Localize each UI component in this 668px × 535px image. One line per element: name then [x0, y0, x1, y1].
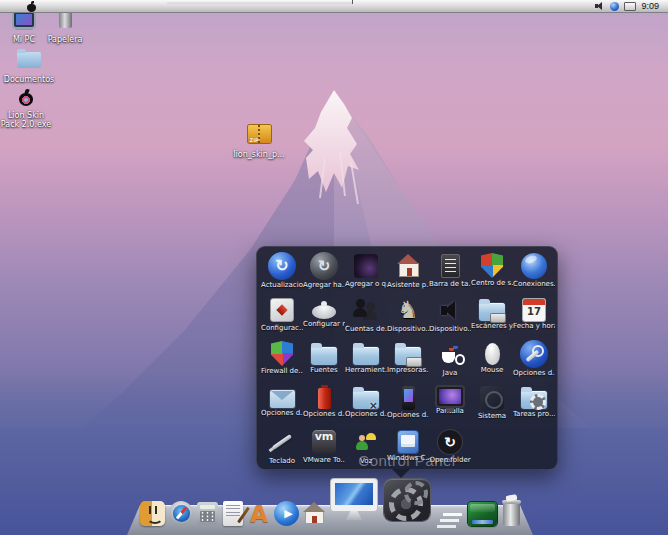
control-panel-item-label: Opciones d... — [513, 369, 555, 377]
control-panel-item[interactable]: Centro de s... — [471, 252, 513, 296]
control-panel-item-label: Opciones d... — [345, 410, 387, 418]
control-panel-item-label: Tareas pro... — [513, 410, 555, 418]
control-panel-item[interactable]: Impresoras... — [387, 340, 429, 384]
trash-icon — [59, 12, 72, 28]
desktop-icon-label: Documentos — [0, 75, 58, 84]
control-panel-item[interactable]: Barra de ta... — [429, 252, 471, 296]
desktop-icon[interactable]: Papelera — [40, 12, 90, 44]
control-panel-item-label: Fuentes — [303, 366, 345, 374]
desktop-icon-label: Lion Skin Pack 2.0.exe — [0, 111, 52, 129]
finder-icon[interactable] — [140, 501, 165, 526]
control-panel-item[interactable]: Mouse — [471, 340, 513, 384]
control-panel-item[interactable]: Conexiones... — [513, 252, 555, 296]
tile-dark-icon — [354, 254, 378, 278]
desktop-icon[interactable]: Lion Skin Pack 2.0.exe — [0, 89, 52, 129]
computer-icon[interactable] — [331, 479, 377, 523]
network-icon[interactable] — [610, 2, 619, 11]
desktop-icon[interactable]: Documentos — [0, 52, 58, 84]
control-panel-item-label: Centro de s... — [471, 279, 513, 287]
control-panel-item-label: Impresoras... — [387, 366, 429, 374]
control-panel-item[interactable]: Opciones d... — [261, 384, 303, 428]
safari-icon[interactable] — [169, 501, 193, 525]
control-panel-item[interactable]: Opciones d... — [345, 384, 387, 428]
system-icon[interactable] — [384, 479, 430, 521]
control-panel-item[interactable]: Herramient... — [345, 340, 387, 384]
control-panel-item[interactable]: Fecha y hora — [513, 296, 555, 340]
control-panel-item[interactable]: Agregar ha... — [303, 252, 345, 296]
apple-menu-icon[interactable] — [27, 1, 37, 12]
control-panel-item[interactable]: Sistema — [471, 384, 513, 428]
desktop-icon-label: lion_skin_p... — [226, 150, 292, 159]
control-panel-item[interactable]: Firewall de... — [261, 340, 303, 384]
mouse-icon — [485, 343, 500, 365]
folder-gear-icon — [521, 391, 547, 409]
control-panel-item-label: Java — [429, 369, 471, 377]
users-icon — [352, 296, 380, 324]
control-panel-item[interactable]: Dispositivo... — [387, 296, 429, 340]
control-panel-item[interactable]: Cuentas de... — [345, 296, 387, 340]
control-panel-item[interactable]: Agregar o q... — [345, 252, 387, 296]
display-menu-icon[interactable] — [624, 2, 636, 11]
house-icon — [394, 252, 422, 280]
control-panel-item[interactable]: Opciones d... — [513, 340, 555, 384]
folder-printer-icon — [395, 347, 421, 365]
control-panel-item[interactable]: Escáneres y... — [471, 296, 513, 340]
control-panel-item-label: Agregar o q... — [345, 280, 387, 288]
control-panel-item[interactable]: Configurar r... — [303, 296, 345, 340]
cards-icon — [398, 431, 418, 453]
home-icon[interactable] — [302, 501, 327, 525]
java-icon — [436, 340, 464, 368]
battery-icon — [318, 388, 331, 409]
stack-title: Control Panel — [257, 452, 557, 469]
control-panel-item[interactable]: Fuentes — [303, 340, 345, 384]
menu-clock[interactable]: 9:09 — [641, 0, 659, 13]
control-panel-item-label: Configurac... — [261, 324, 303, 332]
control-panel-item-label: Herramient... — [345, 366, 387, 374]
dock — [0, 471, 668, 535]
desktop-icon-label: Papelera — [40, 35, 90, 44]
control-panel-item-label: Mouse — [471, 366, 513, 374]
control-panel-item-label: Configurar r... — [303, 320, 345, 328]
control-panel-item-label: Firewall de... — [261, 367, 303, 375]
control-panel-item[interactable]: Java — [429, 340, 471, 384]
control-panel-item-label: Asistente p... — [387, 281, 429, 289]
orb-update-icon — [268, 252, 296, 280]
control-panel-item[interactable]: Actualizacio... — [261, 252, 303, 296]
control-panel-item[interactable]: Configurac... — [261, 296, 303, 340]
dome-icon — [312, 305, 336, 319]
control-panel-item[interactable]: Asistente p... — [387, 252, 429, 296]
separator-icon — [436, 513, 470, 529]
folder-icon — [353, 347, 379, 365]
open-circle-icon — [438, 430, 462, 454]
control-panel-item-label: Agregar ha... — [303, 281, 345, 289]
control-panel-item-label: Fecha y hora — [513, 322, 555, 330]
knight-icon — [394, 296, 422, 324]
calculator-icon[interactable] — [197, 502, 218, 525]
folder-scanner-icon — [479, 303, 505, 321]
control-panel-item[interactable]: Tareas pro... — [513, 384, 555, 428]
control-panel-item[interactable]: Opciones d... — [303, 384, 345, 428]
calendar-icon — [523, 299, 545, 321]
player-icon[interactable] — [274, 501, 299, 526]
orb-sync-icon — [310, 252, 338, 280]
mail-icon — [270, 390, 295, 408]
volume-icon[interactable] — [595, 1, 605, 11]
desktop-icon[interactable]: lion_skin_p... — [226, 125, 292, 159]
textedit-icon[interactable] — [223, 501, 243, 526]
tile-faint-icon — [480, 386, 504, 410]
control-panel-item[interactable]: Opciones d... — [387, 384, 429, 428]
control-panel-item[interactable]: Pantalla — [429, 384, 471, 428]
control-panel-item[interactable]: Dispositivo... — [429, 296, 471, 340]
trash-icon[interactable] — [503, 502, 520, 526]
orb-globe-icon — [521, 253, 547, 279]
control-panel-item-label: Opciones d... — [387, 411, 429, 419]
graphics-icon[interactable] — [248, 501, 270, 526]
stack-icon[interactable] — [468, 502, 497, 526]
control-panel-item-label: Barra de ta... — [429, 280, 471, 288]
orb-wrench-icon — [520, 340, 548, 368]
computer-icon — [14, 12, 34, 27]
control-panel-item-label: Dispositivo... — [387, 325, 429, 333]
shield-color-icon — [271, 341, 294, 366]
zip-icon — [248, 125, 271, 143]
control-panel-item-label: Sistema — [471, 412, 513, 420]
